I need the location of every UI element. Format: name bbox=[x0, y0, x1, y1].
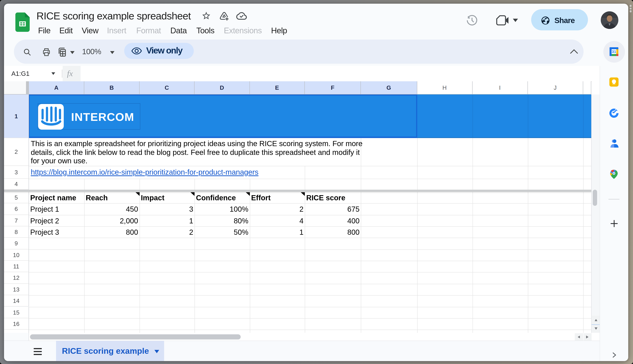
svg-text:31: 31 bbox=[612, 50, 616, 54]
